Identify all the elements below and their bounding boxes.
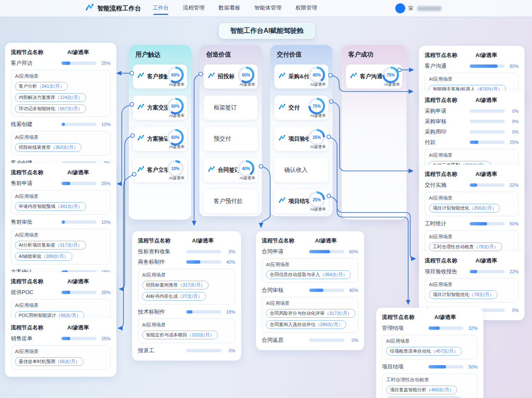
flow-node-name: 预交付 (214, 135, 231, 143)
chip-count: （103次/月） (187, 332, 214, 337)
ai-scenario-box: AI应用场景项目计划智能优化（256次/月） (425, 192, 519, 216)
nav-item-权限管理[interactable]: 权限管理 (296, 2, 317, 15)
flow-node-项目验收[interactable]: 项目验收25%AI渗透率 (274, 127, 328, 151)
ai-scenario-chip: 项目计划智能优化（78次/月） (429, 290, 498, 299)
penetration-bar (470, 64, 505, 68)
penetration-bar (470, 141, 505, 144)
flow-node-name: 客户预付款 (214, 198, 243, 205)
process-node-name: 项目结项 (382, 363, 429, 371)
ai-scenario-box: AI应用场景AI分析项目复杂度（317次/月）AI辅助审批（289次/月） (11, 229, 111, 265)
penetration-bar-fill (62, 123, 65, 126)
nav-item-数据看板[interactable]: 数据看板 (219, 2, 240, 15)
flow-node-客户预付款[interactable]: 客户预付款 (204, 189, 258, 213)
node-col-header: 流程节点名称 (425, 96, 470, 104)
ai-scenario-label: AI应用场景 (429, 282, 515, 288)
flow-node-交付[interactable]: 交付75%AI渗透率 (274, 96, 328, 120)
ai-scenario-box: AI应用场景合同风险评分与自动化评审（317次/月）合同案例入选自动评估（286… (262, 297, 358, 333)
penetration-value: 0% (344, 338, 358, 343)
flow-node-框架签订[interactable]: 框架签订 (204, 96, 258, 120)
ai-scenario-box: AI应用场景结项检查清单自动化（457次/月） (382, 335, 478, 359)
process-node-row: 交付实施22% (425, 181, 519, 189)
penetration-value: 22% (505, 269, 519, 274)
rate-col-header: AI渗透率 (186, 237, 235, 245)
flow-node-客户接触[interactable]: 客户接触60%AI渗透率 (133, 64, 187, 89)
flow-node-客户沟通[interactable]: 客户沟通75%AI渗透率 (346, 64, 402, 89)
donut-percent: 40% (242, 166, 250, 171)
flow-node-合同签订[interactable]: 合同签订40%AI渗透率 (204, 158, 258, 182)
ai-scenario-chips: 工时合理性自动检查（78次/月） (429, 242, 515, 251)
process-node-row: 合同申请60% (262, 248, 358, 255)
donut-percent: 60% (171, 135, 180, 140)
flow-node-预交付[interactable]: 预交付 (204, 127, 258, 151)
connector-contract-sign (261, 167, 270, 227)
panel-header: 流程节点名称AI渗透率 (382, 314, 478, 321)
ai-scenario-label: AI应用场景 (142, 322, 231, 328)
ai-scenario-label: AI应用场景 (15, 232, 106, 238)
flow-node-确认收入[interactable]: 确认收入 (274, 158, 328, 182)
ai-scenario-chip: 内部解决方案推荐（124次/月） (15, 93, 86, 102)
penetration-bar (186, 349, 221, 352)
app-title: 智能流程工作台 (97, 5, 141, 12)
process-node-row: 付款25% (425, 138, 519, 146)
flow-node-方案验证[interactable]: 方案验证60%AI渗透率 (133, 127, 187, 151)
avatar[interactable] (395, 3, 405, 13)
flow-node-客户立项[interactable]: 客户立项10%AI渗透率 (133, 158, 187, 182)
nav-item-工作台[interactable]: 工作台 (153, 2, 169, 15)
flow-node-方案交流[interactable]: 方案交流60%AI渗透率 (133, 96, 187, 120)
ai-scenario-chips: 合同风险评分与自动化评审（317次/月）合同案例入选自动评估（286次/月） (266, 309, 354, 329)
node-col-header: 流程节点名称 (11, 278, 62, 285)
metrics-panel-bm1: 流程节点名称AI渗透率投标资料收集0%商务标制作40%AI应用场景招投标案例推荐… (132, 231, 241, 361)
user-box[interactable]: 宋 (395, 3, 441, 13)
penetration-value: 0% (505, 109, 519, 114)
chip-text: 合同信息自动提取与录入 (270, 272, 320, 277)
brand: 智能流程工作台 (85, 3, 141, 14)
nav-item-智能体管理[interactable]: 智能体管理 (254, 2, 281, 15)
ai-logo-icon (137, 166, 145, 175)
flow-node-name: 方案交流 (147, 104, 170, 111)
process-node-name: 提供POC (11, 289, 62, 296)
penetration-donut: 40% (308, 67, 325, 83)
flow-node-name: 客户接触 (147, 73, 170, 80)
penetration-bar (470, 130, 505, 133)
penetration-donut: 25% (308, 129, 325, 146)
process-node-name: 工时统计 (425, 220, 470, 227)
ai-scenario-label: AI应用场景 (142, 272, 231, 278)
ai-scenario-box: AI应用场景合同信息自动提取与录入（356次/月） (262, 258, 358, 283)
metrics-panel-p4: 流程节点名称AI渗透率销售促单25%AI应用场景最佳促单时机预测（56次/月） (5, 318, 116, 377)
ai-logo-icon (278, 103, 286, 112)
ai-scenario-label: 工时合理性自动检查 (386, 377, 473, 383)
penetration-donut: 75% (382, 67, 399, 83)
flow-node-name: 交付 (288, 104, 300, 111)
flow-node-采购&付款[interactable]: 采购&付款40%AI渗透率 (274, 64, 328, 89)
penetration-bar (62, 62, 96, 65)
panel-header: 流程节点名称AI渗透率 (262, 237, 358, 245)
donut-label: AI渗透率 (169, 144, 185, 150)
ai-scenario-box: AI应用场景申请内容智能预填（341次/月） (11, 190, 111, 215)
rate-col-header: AI渗透率 (62, 169, 111, 176)
flow-node-name: 项目结项 (288, 198, 311, 205)
ai-scenario-label: AI应用场景 (266, 300, 354, 307)
penetration-value: 25% (96, 336, 111, 341)
penetration-bar-fill (186, 260, 200, 264)
flow-node-招投标[interactable]: 招投标60%AI渗透率 (204, 64, 258, 89)
penetration-value: 25% (96, 61, 111, 66)
nav-item-流程管理[interactable]: 流程管理 (183, 2, 204, 15)
ai-scenario-chip: 拜访记录智能转化（567次/月） (15, 104, 86, 113)
ai-scenario-box: AI应用场景智能定价与成本模拟（103次/月） (138, 319, 235, 343)
rate-col-header: AI渗透率 (309, 237, 358, 245)
ai-logo-icon (137, 103, 145, 112)
chip-count: （457次/月） (431, 349, 458, 354)
penetration-bar (62, 123, 96, 126)
ai-scenario-label: AI应用场景 (429, 195, 515, 201)
penetration-value: 10% (96, 220, 111, 225)
chip-text: POC用例智能设计 (19, 313, 56, 318)
metrics-panel-bm2: 流程节点名称AI渗透率合同申请60%AI应用场景合同信息自动提取与录入（356次… (256, 231, 364, 350)
process-node-row: 技术标制作18% (138, 308, 235, 316)
rate-col-header: AI渗透率 (62, 324, 111, 331)
penetration-value: 60% (344, 249, 358, 254)
donut-percent: 40% (313, 73, 321, 77)
process-node-name: 投标资料收集 (138, 248, 186, 255)
flow-node-项目结项[interactable]: 项目结项25%AI渗透率 (274, 189, 328, 213)
ai-scenario-box: AI应用场景招投标案例推荐（317次/月）AI标书内容生成（27次/月） (138, 269, 235, 304)
ai-scenario-box: AI应用场景客户分析（341次/月）内部解决方案推荐（124次/月）拜访记录智能… (11, 70, 111, 117)
